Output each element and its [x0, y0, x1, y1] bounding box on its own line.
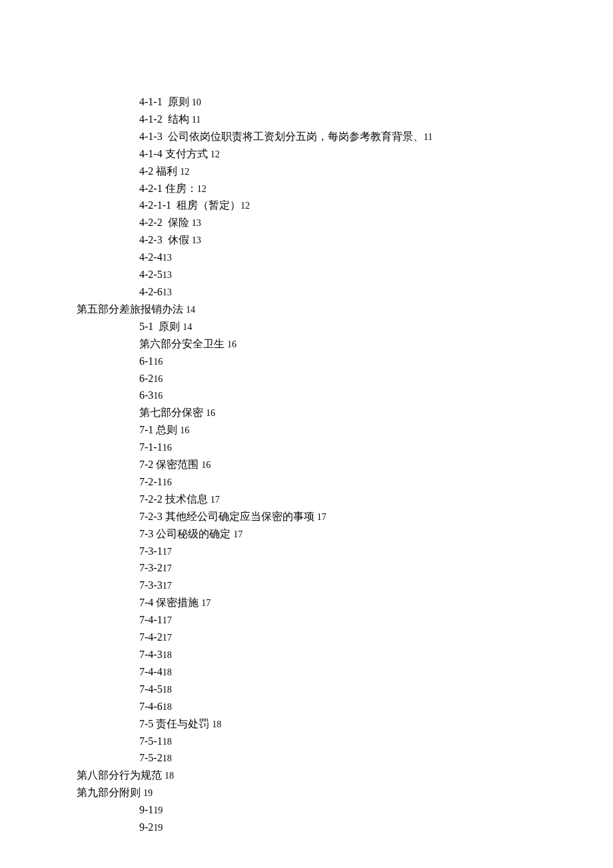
toc-page-num: 17: [163, 581, 172, 591]
toc-entry-text: 9-2: [139, 821, 153, 833]
toc-page-num: 17: [233, 529, 243, 539]
toc-page-num: 16: [153, 374, 163, 384]
toc-entry-text: 7-4-3: [139, 649, 163, 660]
toc-line: 4-2-1-1 租房（暂定）12: [139, 197, 613, 214]
toc-line: 7-3-317: [139, 577, 613, 594]
toc-line: 7-4-217: [139, 629, 613, 646]
toc-page-num: 11: [424, 132, 432, 142]
toc-entry-text: 5-1 原则: [139, 321, 183, 332]
toc-line: 7-3-117: [139, 543, 613, 560]
toc-page-num: 13: [192, 218, 201, 228]
toc-page-num: 17: [163, 633, 172, 643]
toc-page-num: 19: [153, 823, 163, 833]
toc-line: 7-4-618: [139, 698, 613, 715]
toc-line: 第八部分行为规范 18: [77, 767, 613, 784]
toc-line: 7-4-117: [139, 611, 613, 629]
toc-line: 4-2-513: [139, 266, 613, 283]
toc-entry-text: 7-2-3 其他经公司确定应当保密的事项: [139, 511, 317, 522]
toc-entry-text: 4-2-6: [139, 286, 163, 297]
toc-entry-text: 4-2 福利: [139, 165, 180, 177]
toc-line: 5-1 原则 14: [139, 318, 613, 335]
toc-entry-text: 4-1-2 结构: [139, 113, 192, 125]
toc-line: 6-216: [139, 370, 613, 387]
toc-page-num: 17: [163, 547, 172, 557]
toc-line: 7-3-217: [139, 559, 613, 577]
toc-page-num: 17: [211, 495, 220, 505]
toc-entry-text: 7-1-1: [139, 441, 163, 453]
toc-line: 4-2-2 保险 13: [139, 214, 613, 231]
toc-entry-text: 6-3: [139, 389, 153, 401]
toc-line: 7-1-116: [139, 439, 613, 456]
toc-entry-text: 第八部分行为规范: [77, 769, 165, 781]
toc-line: 7-5-118: [139, 733, 613, 750]
toc-page-num: 10: [192, 97, 201, 107]
toc-page-num: 14: [183, 322, 192, 332]
toc-entry-text: 7-2-2 技术信息: [139, 493, 211, 505]
toc-entry-text: 4-1-1 原则: [139, 96, 192, 107]
toc-entry-text: 4-2-3 休假: [139, 234, 192, 245]
toc-line: 第五部分差旅报销办法 14: [77, 301, 613, 318]
toc-page-num: 16: [180, 425, 189, 435]
toc-entry-text: 7-4-4: [139, 666, 163, 677]
toc-line: 4-2-413: [139, 249, 613, 266]
toc-entry-text: 4-2-4: [139, 251, 163, 263]
toc-page-num: 13: [163, 270, 172, 280]
toc-entry-text: 7-5-1: [139, 735, 163, 747]
toc-page-num: 13: [163, 287, 172, 297]
toc-page-num: 13: [163, 253, 172, 263]
toc-line: 4-2 福利 12: [139, 163, 613, 180]
toc-entry-text: 4-2-2 保险: [139, 217, 192, 228]
toc-page-num: 17: [201, 598, 211, 608]
toc-entry-text: 4-2-1 住房：: [139, 183, 197, 194]
toc-page-num: 16: [206, 408, 215, 418]
toc-entry-text: 7-1 总则: [139, 424, 180, 435]
toc-page-num: 18: [212, 719, 221, 729]
toc-entry-text: 7-2-1: [139, 476, 163, 487]
toc-page-num: 18: [163, 685, 172, 695]
toc-line: 7-4-418: [139, 663, 613, 681]
toc-container: 4-1-1 原则 104-1-2 结构 114-1-3 公司依岗位职责将工资划分…: [77, 93, 613, 836]
toc-entry-text: 第七部分保密: [139, 407, 206, 418]
toc-line: 6-316: [139, 387, 613, 404]
toc-page-num: 17: [317, 512, 326, 522]
toc-entry-text: 第九部分附则: [77, 787, 143, 798]
toc-page-num: 19: [153, 805, 163, 815]
toc-page-num: 12: [211, 149, 220, 159]
toc-entry-text: 7-3-3: [139, 579, 163, 591]
toc-line: 第七部分保密 16: [139, 404, 613, 421]
toc-entry-text: 4-1-3 公司依岗位职责将工资划分五岗，每岗参考教育背景、: [139, 131, 424, 142]
toc-line: 7-2 保密范围 16: [139, 456, 613, 473]
toc-entry-text: 6-2: [139, 373, 153, 384]
toc-entry-text: 7-4 保密措施: [139, 597, 201, 608]
toc-line: 7-2-3 其他经公司确定应当保密的事项 17: [139, 508, 613, 525]
toc-page-num: 16: [153, 357, 163, 367]
toc-line: 第六部分安全卫生 16: [139, 335, 613, 353]
toc-line: 4-2-3 休假 13: [139, 231, 613, 249]
toc-page-num: 12: [241, 201, 250, 211]
toc-page-num: 12: [197, 184, 207, 194]
toc-page-num: 19: [143, 788, 153, 798]
toc-page-num: 16: [227, 339, 237, 349]
toc-line: 7-5-218: [139, 749, 613, 767]
toc-entry-text: 第五部分差旅报销办法: [77, 303, 186, 315]
toc-entry-text: 7-5 责任与处罚: [139, 718, 212, 729]
toc-page-num: 18: [165, 771, 174, 781]
toc-entry-text: 7-4-2: [139, 631, 163, 643]
toc-entry-text: 7-4-1: [139, 614, 163, 625]
toc-entry-text: 9-1: [139, 804, 153, 815]
toc-line: 7-4 保密措施 17: [139, 594, 613, 611]
toc-line: 4-1-2 结构 11: [139, 111, 613, 128]
toc-page-num: 13: [192, 235, 201, 245]
toc-line: 7-2-2 技术信息 17: [139, 491, 613, 508]
toc-line: 7-1 总则 16: [139, 421, 613, 439]
toc-entry-text: 7-3-1: [139, 545, 163, 557]
toc-line: 7-2-116: [139, 473, 613, 491]
toc-page-num: 16: [163, 443, 172, 453]
toc-entry-text: 7-3-2: [139, 562, 163, 573]
toc-entry-text: 6-1: [139, 355, 153, 367]
toc-entry-text: 4-2-1-1 租房（暂定）: [139, 199, 241, 211]
toc-entry-text: 7-3 公司秘级的确定: [139, 528, 233, 539]
toc-page-num: 18: [163, 753, 172, 763]
toc-line: 4-1-1 原则 10: [139, 93, 613, 111]
toc-page-num: 16: [163, 477, 172, 487]
